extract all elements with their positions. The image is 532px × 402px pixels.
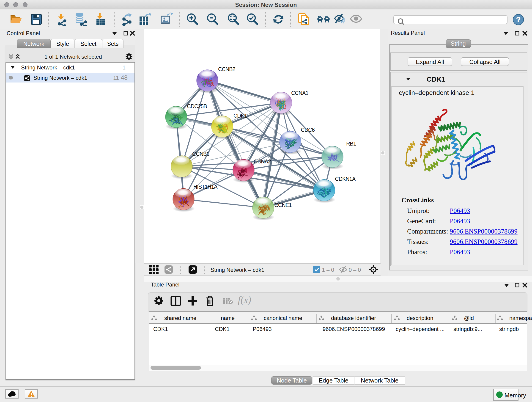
svg-text:RB1: RB1 xyxy=(346,141,356,147)
svg-text:CDKN1A: CDKN1A xyxy=(335,176,356,182)
svg-text:CCNE1: CCNE1 xyxy=(274,202,292,208)
svg-text:CCNB2: CCNB2 xyxy=(218,66,235,72)
svg-text:CCNA1: CCNA1 xyxy=(291,90,308,96)
svg-text:CDK1: CDK1 xyxy=(234,113,247,119)
svg-text:CCNB1: CCNB1 xyxy=(192,151,209,157)
svg-text:CCNA2: CCNA2 xyxy=(254,159,271,165)
svg-text:CDC25B: CDC25B xyxy=(187,103,207,109)
svg-text:CDC6: CDC6 xyxy=(301,127,315,133)
svg-text:?: ? xyxy=(516,15,521,24)
svg-text:HIST1H1A: HIST1H1A xyxy=(193,184,218,190)
